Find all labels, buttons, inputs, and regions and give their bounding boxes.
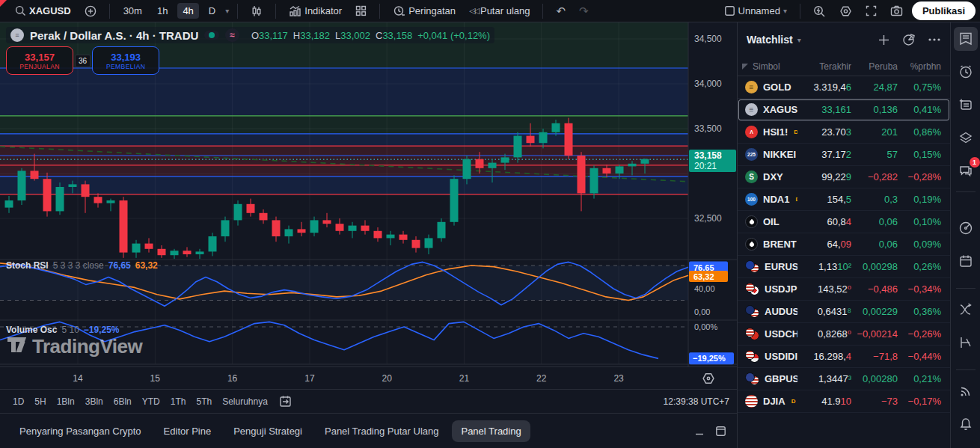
tab-editor-pine[interactable]: Editor Pine	[155, 420, 221, 442]
column-header-1[interactable]: Terakhir	[797, 61, 851, 72]
indicators-button[interactable]: Indikator	[284, 3, 346, 19]
quick-search-button[interactable]	[809, 3, 830, 19]
watchlist-row-DXY[interactable]: SDXY99,229−0,282−0,28%	[738, 166, 950, 188]
symbol-label: GOLD	[763, 82, 791, 93]
change-value: 0,06	[851, 239, 898, 250]
range-5Th[interactable]: 5Th	[191, 394, 217, 409]
last-price: 143,52⁰	[797, 283, 851, 295]
divider	[542, 4, 543, 19]
chevron-down-icon[interactable]: ▾	[797, 36, 801, 44]
tab-penguji-strategi[interactable]: Penguji Strategi	[224, 420, 311, 442]
chevron-down-icon[interactable]: ▾	[225, 7, 229, 15]
delayed-data-pill[interactable]: ≈	[225, 28, 239, 42]
svg-text:33,500: 33,500	[694, 123, 722, 134]
compare-rail-button[interactable]	[954, 298, 978, 322]
watchlist-row-OIL[interactable]: OIL60,840,060,10%	[738, 211, 950, 233]
range-1Th[interactable]: 1Th	[165, 394, 192, 409]
tab-panel-trading-putar-ulang[interactable]: Panel Trading Putar Ulang	[316, 420, 447, 442]
watchlist-row-USDCH[interactable]: USDCH0,8268⁰−0,00214−0,26%	[738, 323, 950, 346]
stoch-rsi-legend[interactable]: Stoch RSI 5 3 3 3 close 76,65 63,32	[6, 260, 158, 271]
chart-area: 34,50034,00033,50032,50033,15820:2140,00…	[0, 22, 737, 448]
tab-panel-trading[interactable]: Panel Trading	[452, 420, 530, 442]
watchlist-row-XAGUS[interactable]: ≡XAGUS33,1610,1360,41%	[738, 99, 950, 121]
watchlist-row-GBPUS[interactable]: GBPUS1,3447³0,002800,21%	[738, 368, 950, 390]
timeframe-4h[interactable]: 4h	[177, 3, 198, 19]
timeframe-1h[interactable]: 1h	[152, 3, 173, 19]
range-1Bln[interactable]: 1Bln	[52, 394, 80, 409]
add-symbol-plus-icon[interactable]	[878, 34, 890, 46]
more-options-icon[interactable]	[928, 37, 941, 42]
symbol-search-button[interactable]: XAGUSD	[10, 3, 76, 19]
column-header-3[interactable]: %prbhn	[898, 61, 941, 72]
news-rail-button[interactable]	[954, 93, 978, 117]
us-id-flag-pair-icon	[745, 350, 759, 363]
market-status-pill[interactable]	[204, 31, 219, 40]
buy-button[interactable]: 33,193 PEMBELIAN	[92, 46, 159, 75]
alert-button[interactable]: Peringatan	[388, 3, 460, 19]
quick-search-icon	[813, 5, 826, 17]
watchlist-row-HSI1![interactable]: ΛHSI1!D23.7032010,86%	[738, 121, 950, 144]
watchlist-row-DJIA[interactable]: DJIAD41.910−73−0,17%	[738, 390, 950, 413]
svg-text:76,65: 76,65	[693, 263, 714, 272]
watchlist-row-USDJP[interactable]: USDJP143,52⁰−0,486−0,34%	[738, 278, 950, 301]
svg-text:34,000: 34,000	[694, 79, 722, 89]
replay-button[interactable]: ◁◁ Putar ulang	[465, 3, 534, 19]
sell-button[interactable]: 33,157 PENJUALAN	[6, 46, 73, 75]
streams-rail-button[interactable]	[954, 379, 978, 403]
layout-select-button[interactable]: Unnamed ▾	[720, 3, 791, 19]
symbol-label: BRENT	[763, 239, 797, 250]
alerts-rail-button[interactable]	[954, 60, 978, 84]
range-Seluruhnya[interactable]: Seluruhnya	[217, 394, 273, 409]
watchlist-rail-button[interactable]	[954, 27, 978, 51]
range-3Bln[interactable]: 3Bln	[80, 394, 108, 409]
range-buttons: 1D5H1Bln3Bln6BlnYTD1Th5ThSeluruhnya	[7, 394, 273, 409]
indicator-templates-button[interactable]	[351, 3, 371, 19]
watchlist-row-NIKKEI[interactable]: 225NIKKEI37.172570,15%	[738, 144, 950, 166]
scanner-rail-button[interactable]	[954, 216, 978, 240]
watchlist-row-AUDUS[interactable]: AUDUS0,6431⁸0,002290,36%	[738, 301, 950, 323]
time-label-22: 22	[536, 373, 546, 384]
range-1D[interactable]: 1D	[7, 394, 29, 409]
change-percent: −0,34%	[898, 283, 941, 295]
chart-style-button[interactable]	[246, 3, 267, 19]
column-header-0[interactable]: Simbol	[753, 61, 797, 72]
drawing-note-rail-button[interactable]	[954, 331, 978, 355]
range-YTD[interactable]: YTD	[137, 394, 165, 409]
undo-button[interactable]: ↶	[551, 2, 570, 20]
fullscreen-button[interactable]	[861, 3, 881, 19]
redo-button[interactable]: ↷	[575, 2, 593, 20]
volume-osc-legend[interactable]: Volume Osc 5 10 −19,25%	[6, 325, 120, 335]
watchlist-row-BRENT[interactable]: BRENT64,090,060,09%	[738, 233, 950, 256]
range-6Bln[interactable]: 6Bln	[108, 394, 137, 409]
watchlist-column-headers[interactable]: SimbolTerakhirPeruba%prbhn	[738, 57, 950, 76]
heatmap-pie-icon[interactable]	[902, 33, 916, 46]
watchlist-row-USDIDI[interactable]: USDIDI16.298,4−71,8−0,44%	[738, 346, 950, 368]
timeframe-30m[interactable]: 30m	[118, 3, 147, 19]
restore-panel-icon[interactable]	[715, 426, 726, 437]
column-header-2[interactable]: Peruba	[851, 61, 898, 72]
chat-rail-button[interactable]: 1	[954, 159, 978, 182]
last-price: 64,09	[797, 239, 851, 250]
watchlist-title[interactable]: Watchlist	[747, 34, 793, 46]
watchlist-row-GOLD[interactable]: ≡GOLD3.319,4624,870,75%	[738, 76, 950, 99]
notifications-rail-button[interactable]	[954, 412, 978, 436]
time-axis[interactable]: 1415161720212223	[0, 366, 737, 389]
axis-settings-gear-icon[interactable]	[702, 372, 715, 385]
range-5H[interactable]: 5H	[29, 394, 51, 409]
calendar-rail-button[interactable]	[954, 249, 978, 273]
publish-button[interactable]: Publikasi	[912, 1, 976, 20]
nikkei-225-icon: 225	[745, 148, 758, 161]
chart-legend[interactable]: ≡ Perak / Dollar A.S. · 4h · TRADU ≈ O33…	[6, 27, 494, 43]
change-percent: 0,26%	[898, 261, 941, 272]
minimize-panel-icon[interactable]	[694, 426, 705, 436]
clock-utc[interactable]: 12:39:38 UTC+7	[664, 396, 729, 407]
object-tree-rail-button[interactable]	[954, 126, 978, 150]
snapshot-button[interactable]	[886, 3, 907, 19]
watchlist-row-EURUS[interactable]: EURUS1,1310²0,002980,26%	[738, 256, 950, 278]
settings-button[interactable]	[835, 3, 857, 19]
goto-date-button[interactable]	[279, 395, 292, 408]
tab-penyaring-pasangan-crypto[interactable]: Penyaring Pasangan Crypto	[10, 420, 150, 442]
timeframe-D[interactable]: D	[203, 3, 221, 19]
add-symbol-button[interactable]	[80, 3, 101, 19]
watchlist-row-NDA1[interactable]: 100NDA1D154,50,30,19%	[738, 188, 950, 211]
